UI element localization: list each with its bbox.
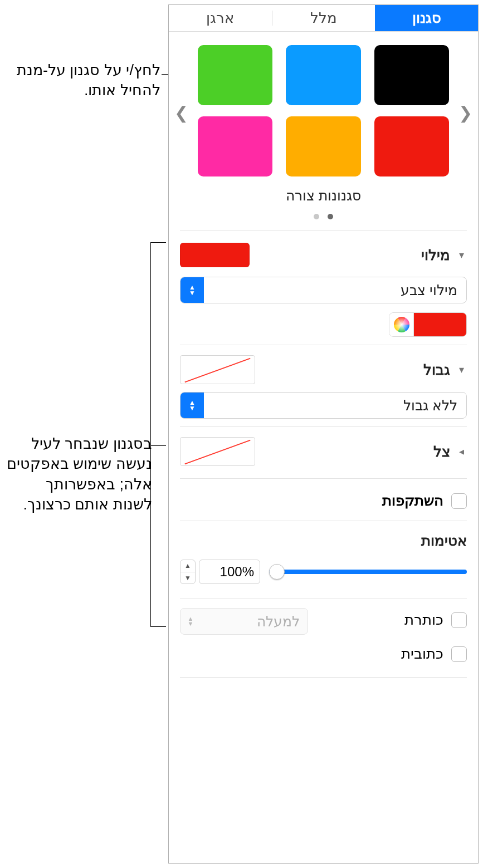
tab-style[interactable]: סגנון bbox=[375, 5, 478, 31]
separator bbox=[180, 426, 467, 427]
format-inspector: סגנון מלל ארגן ❮ ❯ סגנונות צורה ▾ מילוי bbox=[168, 4, 479, 864]
separator bbox=[180, 521, 467, 521]
callout-line bbox=[150, 445, 166, 446]
callout-effects: בסגנון שנבחר לעיל נעשה שימוש באפקטים אלה… bbox=[4, 434, 152, 515]
reflection-label: השתקפות bbox=[382, 492, 443, 509]
title-position-popup[interactable]: למעלה ▲▼ bbox=[180, 608, 308, 635]
callout-bracket bbox=[150, 242, 151, 626]
border-type-popup[interactable]: ללא גבול ▲▼ bbox=[180, 392, 467, 419]
tab-text[interactable]: מלל bbox=[272, 5, 375, 31]
styles-next[interactable]: ❯ bbox=[174, 103, 188, 122]
svg-point-0 bbox=[394, 317, 409, 332]
page-dot[interactable] bbox=[314, 214, 319, 219]
popup-arrows-icon: ▲▼ bbox=[180, 277, 204, 303]
shape-styles-caption: סגנונות צורה bbox=[178, 188, 469, 204]
tab-separator bbox=[272, 11, 272, 26]
opacity-section: אטימות 100% ▲ ▼ bbox=[169, 527, 478, 586]
border-preview[interactable] bbox=[180, 355, 255, 384]
popup-arrows-icon: ▲▼ bbox=[180, 616, 201, 626]
opacity-slider[interactable] bbox=[269, 570, 467, 574]
border-title: גבול bbox=[423, 361, 450, 379]
border-section: ▾ גבול ללא גבול ▲▼ bbox=[169, 351, 478, 421]
chevron-down-icon[interactable]: ▾ bbox=[456, 249, 467, 261]
reflection-checkbox[interactable] bbox=[451, 493, 467, 509]
title-checkbox[interactable] bbox=[451, 612, 467, 628]
reflection-section: השתקפות bbox=[169, 484, 478, 515]
color-wheel-button[interactable] bbox=[389, 313, 414, 336]
shape-styles: ❮ ❯ סגנונות צורה bbox=[169, 32, 478, 225]
stepper-up-icon[interactable]: ▲ bbox=[180, 560, 195, 572]
no-shadow-icon bbox=[184, 440, 250, 465]
chevron-left-icon[interactable]: ◂ bbox=[456, 445, 467, 458]
stepper-down-icon[interactable]: ▼ bbox=[180, 572, 195, 584]
chevron-down-icon[interactable]: ▾ bbox=[456, 364, 467, 376]
subtitle-checkbox[interactable] bbox=[451, 646, 467, 662]
separator bbox=[180, 345, 467, 345]
fill-section: ▾ מילוי מילוי צבע ▲▼ bbox=[169, 237, 478, 339]
shadow-preview[interactable] bbox=[180, 437, 255, 466]
fill-current-swatch[interactable] bbox=[180, 243, 250, 267]
tab-bar: סגנון מלל ארגן bbox=[169, 5, 478, 32]
callout-style: לחץ/י על סגנון על-מנת להחיל אותו. bbox=[4, 60, 160, 101]
page-dot[interactable] bbox=[328, 214, 333, 219]
callout-line bbox=[150, 242, 166, 243]
shadow-title: צל bbox=[433, 443, 450, 460]
style-swatch-red[interactable] bbox=[374, 116, 449, 176]
popup-arrows-icon: ▲▼ bbox=[180, 393, 204, 418]
border-type-label: ללא גבול bbox=[204, 398, 466, 414]
fill-color-picker[interactable] bbox=[389, 312, 467, 337]
fill-type-popup[interactable]: מילוי צבע ▲▼ bbox=[180, 277, 467, 303]
opacity-stepper[interactable]: ▲ ▼ bbox=[180, 560, 196, 584]
style-swatch-pink[interactable] bbox=[198, 116, 272, 176]
separator bbox=[180, 599, 467, 599]
style-swatch-black[interactable] bbox=[374, 45, 449, 105]
separator bbox=[180, 677, 467, 678]
tab-arrange[interactable]: ארגן bbox=[169, 5, 272, 31]
fill-type-label: מילוי צבע bbox=[204, 282, 466, 298]
subtitle-label: כתובית bbox=[401, 645, 443, 663]
shadow-section: ◂ צל bbox=[169, 433, 478, 468]
style-swatch-blue[interactable] bbox=[286, 45, 360, 105]
title-label: כותרת bbox=[404, 611, 443, 629]
opacity-value-input[interactable]: 100% bbox=[199, 560, 260, 584]
title-subtitle-section: כותרת כתובית למעלה ▲▼ bbox=[169, 605, 478, 669]
no-border-icon bbox=[184, 358, 250, 383]
fill-color-well[interactable] bbox=[414, 313, 466, 336]
fill-title: מילוי bbox=[421, 247, 450, 264]
title-position-label: למעלה bbox=[201, 614, 308, 630]
styles-prev[interactable]: ❮ bbox=[458, 103, 472, 122]
separator bbox=[180, 478, 467, 479]
style-swatch-orange[interactable] bbox=[286, 116, 360, 176]
page-dots bbox=[178, 207, 469, 223]
slider-thumb[interactable] bbox=[269, 564, 285, 580]
style-swatch-green[interactable] bbox=[198, 45, 272, 105]
opacity-title: אטימות bbox=[180, 532, 467, 550]
separator bbox=[180, 231, 467, 231]
color-wheel-icon bbox=[394, 317, 409, 332]
callout-line bbox=[150, 626, 166, 627]
